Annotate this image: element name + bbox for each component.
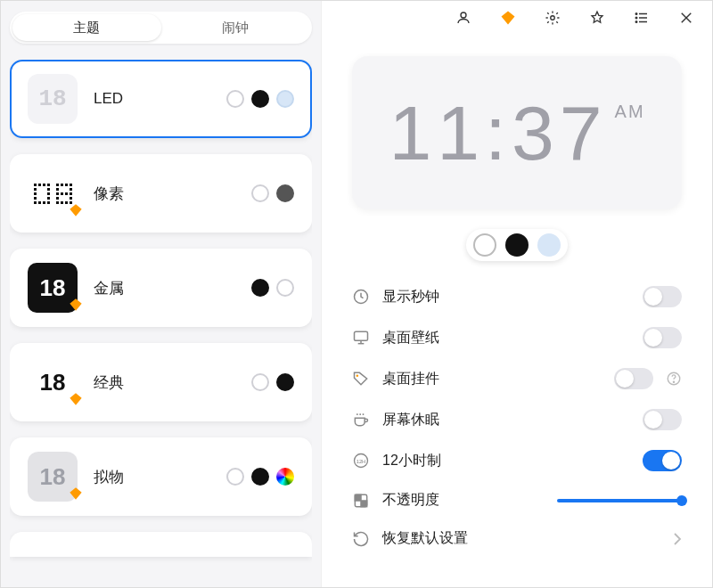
color-white[interactable] (226, 468, 244, 486)
clock-icon (352, 288, 370, 306)
bgcolor-switch (352, 229, 682, 261)
theme-card-skeuo[interactable]: 18 拟物 (10, 437, 312, 516)
setting-label: 屏幕休眠 (382, 411, 630, 429)
premium-badge-icon (69, 196, 83, 224)
setting-opacity: 不透明度 (352, 491, 682, 510)
setting-show-seconds: 显示秒钟 (352, 286, 682, 307)
list-icon[interactable] (634, 10, 650, 26)
star-icon[interactable] (589, 10, 605, 26)
theme-card-metal[interactable]: 18 金属 (10, 249, 312, 327)
tab-alarm[interactable]: 闹钟 (161, 14, 310, 41)
tab-theme[interactable]: 主题 (12, 14, 161, 41)
theme-card-led[interactable]: 18 LED (10, 60, 312, 138)
theme-colors (251, 279, 294, 297)
theme-label: 像素 (94, 184, 235, 204)
tag-icon (352, 370, 370, 388)
sidebar: 主题 闹钟 18 LED (1, 1, 322, 587)
premium-icon[interactable] (500, 10, 516, 26)
setting-hour12: 12H 12小时制 (352, 450, 682, 471)
tabbar: 主题 闹钟 (10, 12, 312, 44)
theme-label: 经典 (94, 372, 235, 393)
setting-label: 桌面壁纸 (382, 329, 630, 347)
theme-colors (226, 468, 294, 486)
clock-preview: 11:37 AM (352, 56, 682, 209)
clock-ampm: AM (615, 102, 645, 122)
color-blue[interactable] (276, 90, 294, 108)
theme-colors (251, 373, 294, 391)
slider-opacity[interactable] (557, 499, 682, 502)
setting-label: 桌面挂件 (382, 370, 602, 388)
close-icon[interactable] (678, 10, 694, 26)
opacity-icon (352, 492, 370, 510)
color-black[interactable] (251, 90, 269, 108)
bgcolor-white[interactable] (473, 233, 496, 257)
profile-icon[interactable] (455, 10, 471, 26)
theme-thumb: 18 (28, 357, 78, 407)
theme-label: LED (94, 90, 210, 108)
gear-icon[interactable] (545, 10, 561, 26)
svg-rect-21 (361, 501, 367, 507)
color-white[interactable] (276, 279, 294, 297)
setting-desktop-widget: 桌面挂件 (352, 368, 682, 389)
setting-label: 恢复默认设置 (382, 529, 660, 548)
main: 11:37 AM 显示秒钟 (322, 1, 712, 587)
premium-badge-icon (69, 385, 83, 412)
setting-screen-sleep: 屏幕休眠 (352, 409, 682, 430)
setting-label: 显示秒钟 (382, 288, 630, 306)
theme-thumb: 18 (28, 263, 78, 313)
theme-colors (251, 184, 294, 202)
color-grey[interactable] (276, 184, 294, 202)
bgcolor-black[interactable] (505, 233, 529, 257)
reset-icon (352, 530, 370, 548)
theme-card-peek (10, 532, 312, 557)
svg-point-0 (461, 12, 466, 18)
toggle-hour12[interactable] (643, 450, 682, 471)
setting-label: 12小时制 (382, 452, 630, 470)
monitor-icon (352, 329, 370, 347)
svg-point-5 (635, 13, 637, 15)
color-white[interactable] (226, 90, 244, 108)
svg-point-1 (551, 16, 555, 20)
setting-label: 不透明度 (382, 491, 545, 510)
help-icon[interactable] (666, 371, 682, 387)
theme-thumb: 18 (28, 452, 78, 502)
toggle-show-seconds[interactable] (643, 286, 682, 307)
premium-badge-icon (69, 479, 83, 507)
toggle-desktop-widget[interactable] (614, 368, 653, 389)
theme-thumb (28, 168, 78, 218)
theme-label: 金属 (94, 278, 235, 298)
hour12-icon: 12H (352, 452, 370, 470)
setting-wallpaper: 桌面壁纸 (352, 327, 682, 348)
bgcolor-blue[interactable] (537, 233, 561, 257)
svg-text:12H: 12H (356, 459, 366, 464)
topbar (322, 1, 712, 35)
clock-time: 11:37 AM (389, 89, 644, 177)
theme-thumb: 18 (28, 74, 78, 124)
setting-reset[interactable]: 恢复默认设置 (352, 529, 682, 548)
color-white[interactable] (251, 184, 269, 202)
svg-point-7 (635, 21, 637, 23)
toggle-wallpaper[interactable] (643, 327, 682, 348)
color-white[interactable] (251, 373, 269, 391)
svg-point-6 (635, 17, 637, 19)
chevron-right-icon (673, 532, 682, 546)
settings-list: 显示秒钟 桌面壁纸 桌面挂件 (352, 286, 682, 548)
color-black[interactable] (251, 468, 269, 486)
svg-point-16 (673, 381, 674, 382)
toggle-screen-sleep[interactable] (643, 409, 682, 430)
theme-colors (226, 90, 294, 108)
color-black[interactable] (251, 279, 269, 297)
color-black[interactable] (276, 373, 294, 391)
svg-point-14 (356, 374, 359, 377)
coffee-icon (352, 411, 370, 429)
theme-list: 18 LED (10, 60, 312, 576)
theme-card-pixel[interactable]: 像素 (10, 154, 312, 233)
content: 11:37 AM 显示秒钟 (322, 35, 712, 587)
theme-card-classic[interactable]: 18 经典 (10, 343, 312, 421)
svg-rect-20 (355, 494, 361, 501)
svg-rect-11 (355, 331, 368, 340)
theme-label: 拟物 (94, 467, 210, 487)
premium-badge-icon (69, 290, 83, 318)
color-rainbow[interactable] (276, 468, 294, 486)
